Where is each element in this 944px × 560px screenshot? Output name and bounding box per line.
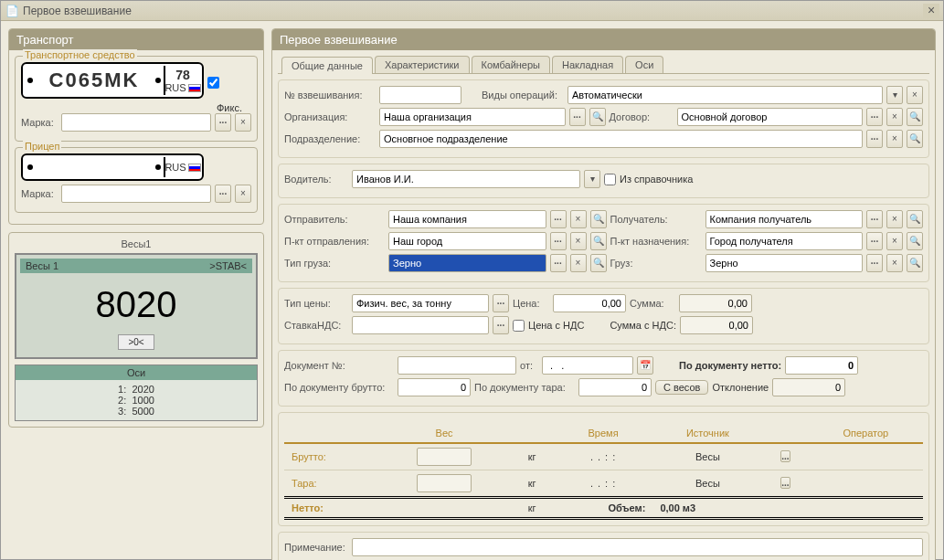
window-title: Первое взвешивание bbox=[23, 5, 923, 17]
division-label: Подразделение: bbox=[284, 133, 376, 144]
doc-gross-input[interactable] bbox=[398, 378, 471, 396]
from-scale-button[interactable]: С весов bbox=[655, 380, 708, 395]
scale-zero-button[interactable]: >0< bbox=[118, 334, 154, 350]
sender-input[interactable] bbox=[388, 210, 546, 228]
vehicle-plate-number: C065MK bbox=[36, 69, 153, 92]
clear-icon[interactable]: × bbox=[570, 210, 587, 228]
ellipsis-icon[interactable]: ... bbox=[866, 232, 883, 250]
row-net-label: Нетто: bbox=[284, 498, 378, 519]
sum-with-vat-value bbox=[680, 316, 753, 334]
clear-icon[interactable]: × bbox=[570, 254, 587, 272]
doc-date-input[interactable] bbox=[542, 356, 633, 375]
ellipsis-icon[interactable]: ... bbox=[866, 210, 883, 228]
search-icon[interactable]: 🔍 bbox=[907, 130, 923, 148]
vehicle-brand-label: Марка: bbox=[21, 117, 58, 128]
trailer-plate[interactable]: RUS bbox=[21, 153, 204, 181]
ellipsis-icon[interactable]: ... bbox=[550, 254, 567, 272]
from-dict-checkbox[interactable] bbox=[604, 174, 616, 185]
ellipsis-icon[interactable]: ... bbox=[215, 113, 231, 132]
tab-waybill[interactable]: Накладная bbox=[552, 56, 623, 73]
note-input[interactable] bbox=[352, 538, 923, 556]
org-input[interactable] bbox=[379, 108, 566, 126]
deviation-label: Отклонение bbox=[712, 382, 769, 393]
op-type-label: Виды операций: bbox=[482, 90, 564, 100]
contract-input[interactable] bbox=[677, 108, 864, 126]
tab-general[interactable]: Общие данные bbox=[281, 57, 373, 74]
doc-no-input[interactable] bbox=[398, 356, 516, 375]
clear-icon[interactable]: × bbox=[886, 232, 903, 250]
vehicle-brand-input[interactable] bbox=[61, 113, 211, 132]
clear-icon[interactable]: × bbox=[886, 108, 903, 126]
price-with-vat-label: Цена с НДС bbox=[528, 320, 584, 331]
search-icon[interactable]: 🔍 bbox=[590, 210, 607, 228]
vat-rate-label: СтавкаНДС: bbox=[284, 320, 348, 331]
col-operator: Оператор bbox=[809, 424, 923, 443]
ellipsis-icon[interactable]: ... bbox=[550, 232, 567, 250]
price-type-input[interactable] bbox=[352, 294, 489, 312]
doc-gross-label: По документу брутто: bbox=[284, 382, 394, 393]
clear-icon[interactable]: × bbox=[886, 254, 903, 272]
clear-icon[interactable]: × bbox=[907, 86, 923, 104]
vehicle-fixed-checkbox[interactable] bbox=[207, 77, 219, 89]
ellipsis-icon[interactable]: ... bbox=[780, 450, 790, 462]
right-panel-title: Первое взвешивание bbox=[272, 29, 935, 50]
clear-icon[interactable]: × bbox=[570, 232, 587, 250]
axles-title: Оси bbox=[16, 365, 257, 380]
ellipsis-icon[interactable]: ... bbox=[866, 130, 883, 148]
clear-icon[interactable]: × bbox=[886, 210, 903, 228]
dep-point-input[interactable] bbox=[388, 232, 546, 250]
flag-icon bbox=[188, 164, 201, 172]
from-dict-label: Из справочника bbox=[620, 174, 693, 185]
ellipsis-icon[interactable]: ... bbox=[569, 108, 586, 126]
price-input[interactable] bbox=[553, 294, 626, 312]
chevron-down-icon[interactable]: ▾ bbox=[584, 170, 600, 188]
search-icon[interactable]: 🔍 bbox=[590, 232, 607, 250]
weigh-no-input[interactable] bbox=[379, 86, 461, 104]
ellipsis-icon[interactable]: ... bbox=[866, 254, 883, 272]
op-type-select[interactable] bbox=[567, 86, 883, 104]
clear-icon[interactable]: × bbox=[235, 185, 251, 203]
ellipsis-icon[interactable]: ... bbox=[493, 316, 509, 334]
doc-tare-input[interactable] bbox=[578, 378, 652, 396]
search-icon[interactable]: 🔍 bbox=[590, 254, 607, 272]
calendar-icon[interactable]: 📅 bbox=[637, 356, 653, 375]
doc-net-input[interactable] bbox=[785, 356, 858, 375]
search-icon[interactable]: 🔍 bbox=[907, 108, 923, 126]
chevron-down-icon[interactable]: ▾ bbox=[886, 86, 903, 104]
search-icon[interactable]: 🔍 bbox=[907, 232, 923, 250]
scale-name: Весы 1 bbox=[26, 260, 58, 271]
dep-point-label: П-кт отправления: bbox=[284, 236, 385, 247]
axles-list: 1: 2020 2: 1000 3: 5000 bbox=[16, 380, 257, 420]
vehicle-plate[interactable]: C065MK 78 RUS bbox=[21, 62, 204, 99]
tab-combiners[interactable]: Комбайнеры bbox=[472, 56, 551, 73]
price-with-vat-checkbox[interactable] bbox=[513, 320, 525, 332]
tab-characteristics[interactable]: Характеристики bbox=[375, 56, 470, 73]
receiver-input[interactable] bbox=[705, 210, 864, 228]
ellipsis-icon[interactable]: ... bbox=[493, 294, 509, 312]
titlebar: 📄 Первое взвешивание × bbox=[1, 1, 943, 21]
ellipsis-icon[interactable]: ... bbox=[550, 210, 567, 228]
driver-input[interactable] bbox=[352, 170, 580, 188]
ellipsis-icon[interactable]: ... bbox=[780, 477, 790, 489]
trailer-brand-input[interactable] bbox=[61, 185, 211, 203]
receiver-label: Получатель: bbox=[610, 214, 702, 225]
clear-icon[interactable]: × bbox=[886, 130, 903, 148]
gross-weight bbox=[417, 448, 472, 466]
search-icon[interactable]: 🔍 bbox=[589, 108, 606, 126]
tab-axles[interactable]: Оси bbox=[625, 56, 663, 73]
clear-icon[interactable]: × bbox=[235, 113, 251, 132]
cargo-input[interactable] bbox=[705, 254, 864, 272]
dest-point-input[interactable] bbox=[705, 232, 864, 250]
sum-with-vat-label: Сумма с НДС: bbox=[610, 320, 676, 331]
vehicle-plate-region: 78 bbox=[175, 68, 190, 82]
scale-display: Весы 1 >STAB< 8020 >0< bbox=[15, 253, 258, 359]
search-icon[interactable]: 🔍 bbox=[907, 254, 923, 272]
ellipsis-icon[interactable]: ... bbox=[866, 108, 883, 126]
cargo-type-input[interactable] bbox=[388, 254, 546, 272]
ellipsis-icon[interactable]: ... bbox=[215, 185, 231, 203]
close-icon[interactable]: × bbox=[923, 4, 939, 18]
division-input[interactable] bbox=[379, 130, 863, 148]
vat-rate-input[interactable] bbox=[352, 316, 489, 334]
dest-point-label: П-кт назначения: bbox=[610, 236, 702, 247]
search-icon[interactable]: 🔍 bbox=[907, 210, 923, 228]
